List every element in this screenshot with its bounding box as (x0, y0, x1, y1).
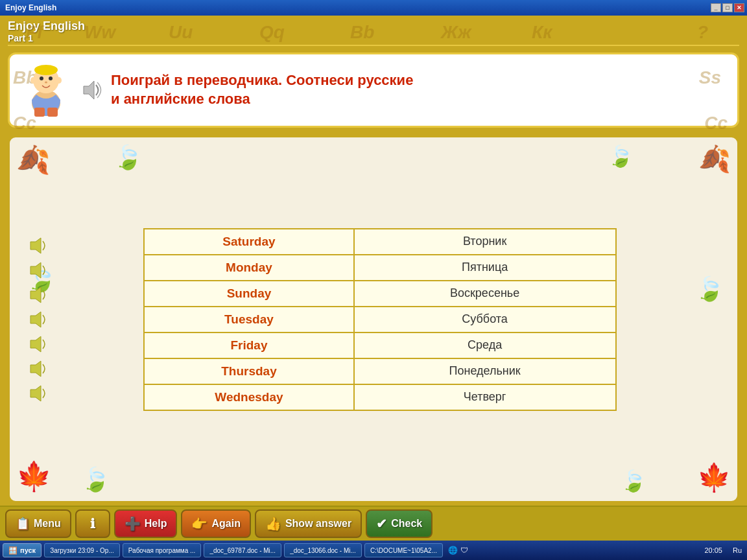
table-row: ThursdayПонедельник (144, 358, 615, 384)
instruction-line1: Поиграй в переводчика. Соотнеси русские (111, 71, 413, 90)
app-header: Enjoy English Part 1 (0, 16, 747, 47)
info-icon: ℹ (90, 516, 95, 531)
check-button[interactable]: ✔ Check (366, 509, 433, 538)
speaker-row7[interactable] (29, 384, 50, 402)
matching-table: SaturdayВторникMondayПятницаSundayВоскре… (143, 228, 616, 411)
svg-point-2 (34, 65, 58, 75)
table-row: TuesdayСуббота (144, 307, 615, 332)
table-row: WednesdayЧетверг (144, 384, 615, 410)
window-title: Enjoy English (3, 3, 56, 12)
menu-label: Menu (34, 518, 61, 530)
english-cell-4[interactable]: Friday (144, 332, 353, 358)
russian-cell-6[interactable]: Четверг (354, 384, 616, 410)
again-icon: 👉 (191, 516, 208, 531)
menu-button[interactable]: 📋 Menu (5, 509, 71, 538)
maximize-button[interactable]: □ (722, 3, 733, 12)
speaker-row6[interactable] (29, 360, 50, 378)
speaker-row4[interactable] (29, 310, 50, 329)
svg-marker-12 (30, 262, 41, 278)
leaf-bot-left1: 🍁 (16, 460, 52, 493)
taskbar-network-icon: 🌐 (448, 546, 458, 555)
taskbar-item-3-label: _doc_69787.doc - Mi... (209, 547, 276, 554)
taskbar-item-4[interactable]: _doc_13066.doc - Mi... (284, 543, 362, 557)
speaker-row3[interactable] (29, 286, 50, 304)
svg-point-9 (56, 77, 62, 84)
check-label: Check (391, 518, 422, 530)
leaf-top-left: 🍂 (16, 144, 50, 176)
instruction-line2: и английские слова (111, 90, 413, 109)
minimize-button[interactable]: _ (711, 3, 721, 12)
instruction-text: Поиграй в переводчика. Соотнеси русские … (111, 71, 413, 108)
windows-icon: 🪟 (8, 546, 18, 555)
russian-cell-1[interactable]: Пятница (354, 255, 616, 281)
menu-icon: 📋 (16, 517, 30, 531)
english-cell-2[interactable]: Sunday (144, 281, 353, 307)
taskbar-item-4-label: _doc_13066.doc - Mi... (290, 547, 356, 554)
start-button[interactable]: 🪟 пуск (3, 543, 42, 557)
start-label: пуск (20, 546, 36, 554)
taskbar-item-1-label: Загрузки 23:09 - Ор... (50, 547, 114, 554)
taskbar-item-2-label: Рабочая программа ... (128, 547, 196, 554)
svg-marker-10 (84, 81, 94, 99)
russian-cell-0[interactable]: Вторник (354, 229, 616, 255)
show-label: Show answer (285, 518, 351, 530)
header-divider (8, 45, 739, 46)
svg-marker-17 (30, 386, 41, 401)
table-row: FridayСреда (144, 332, 615, 358)
svg-marker-16 (30, 361, 41, 377)
russian-cell-3[interactable]: Суббота (354, 307, 616, 332)
check-icon: ✔ (376, 516, 387, 531)
app-title-line1: Enjoy English (8, 19, 739, 33)
main-window: Enjoy English _ □ ✕ Ff Ww Uu Qq Bb Жж Кк… (0, 0, 747, 560)
svg-marker-13 (30, 287, 41, 303)
russian-cell-5[interactable]: Понедельник (354, 358, 616, 384)
leaf-top-right2: 🍂 (698, 144, 731, 174)
help-button[interactable]: ➕ Help (114, 509, 178, 538)
taskbar-time: 20:05 (699, 546, 728, 554)
svg-point-5 (45, 82, 47, 84)
show-icon: 👍 (265, 516, 281, 531)
taskbar-item-2[interactable]: Рабочая программа ... (123, 543, 202, 557)
again-label: Again (211, 518, 240, 530)
leaf-bot-right1: 🍃 (621, 469, 646, 493)
speaker-row5[interactable] (29, 335, 50, 353)
speaker-svg (80, 78, 103, 102)
instruction-speaker-icon[interactable] (80, 78, 103, 102)
speakers-column (29, 237, 50, 402)
english-cell-0[interactable]: Saturday (144, 229, 353, 255)
svg-rect-6 (34, 108, 45, 117)
speaker-row1[interactable] (29, 237, 50, 255)
svg-marker-15 (30, 336, 41, 352)
close-button[interactable]: ✕ (734, 3, 744, 12)
taskbar-system-icons: 🌐 🛡 (445, 546, 471, 555)
taskbar-item-5[interactable]: C:\DOCUME~1\05A2... (364, 543, 443, 557)
table-row: SaturdayВторник (144, 229, 615, 255)
english-cell-3[interactable]: Tuesday (144, 307, 353, 332)
english-cell-6[interactable]: Wednesday (144, 384, 353, 410)
leaf-bot-left2: 🍃 (81, 466, 110, 493)
leaf-top-center: 🍃 (113, 144, 143, 171)
svg-point-8 (30, 77, 36, 84)
svg-point-4 (49, 76, 53, 80)
svg-point-3 (40, 76, 43, 80)
title-bar: Enjoy English _ □ ✕ (0, 0, 747, 16)
instruction-panel: Поиграй в переводчика. Соотнеси русские … (8, 52, 739, 128)
again-button[interactable]: 👉 Again (181, 509, 250, 538)
speaker-row2[interactable] (29, 261, 50, 279)
app-title-line2: Part 1 (8, 33, 739, 43)
english-cell-5[interactable]: Thursday (144, 358, 353, 384)
info-button[interactable]: ℹ (75, 509, 110, 538)
help-label: Help (145, 518, 167, 530)
russian-cell-2[interactable]: Воскресенье (354, 281, 616, 307)
taskbar: 🪟 пуск Загрузки 23:09 - Ор... Рабочая пр… (0, 541, 747, 560)
russian-cell-4[interactable]: Среда (354, 332, 616, 358)
show-answer-button[interactable]: 👍 Show answer (255, 509, 362, 538)
leaf-top-right1: 🍃 (608, 144, 634, 169)
leaf-mid-right: 🍃 (695, 275, 724, 303)
svg-rect-7 (47, 108, 58, 117)
taskbar-item-1[interactable]: Загрузки 23:09 - Ор... (44, 543, 120, 557)
taskbar-shield-icon: 🛡 (460, 546, 468, 555)
english-cell-1[interactable]: Monday (144, 255, 353, 281)
character-svg (20, 61, 72, 119)
taskbar-item-3[interactable]: _doc_69787.doc - Mi... (204, 543, 281, 557)
